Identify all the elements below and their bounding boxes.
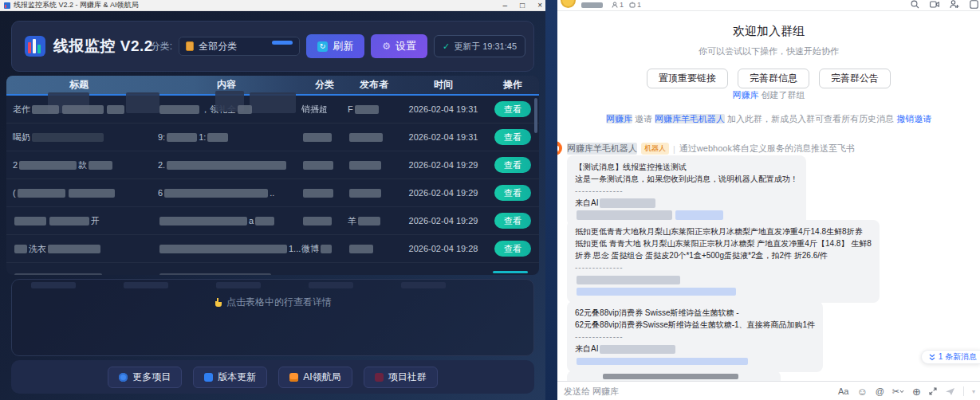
chat-message-list: 欢迎加入群组 你可以尝试以下操作，快速开始协作 置顶重要链接 完善群信息 完善群…	[557, 11, 980, 381]
robot-icon	[289, 373, 298, 382]
emoji-icon[interactable]: ☺	[856, 386, 867, 397]
table-row[interactable]: 洗衣 1... 微博 2026-02-04 19:28 查看	[6, 235, 539, 263]
app-header-card: 线报监控 V2.2 分类: 全部分类 ↻ 刷新 ⚙ 设置 ✓	[11, 21, 534, 72]
chat-app-window: 1 1 欢迎加入群组 你可以尝试以下操作，快速开始协作 置顶重要链接 完善群信息…	[545, 0, 980, 400]
message-bubble[interactable]: 【测试消息】线报监控推送测试 这是一条测试消息，如果您收到此消息，说明机器人配置…	[567, 155, 806, 226]
refresh-button[interactable]: ↻ 刷新	[306, 34, 364, 58]
app-logo-icon	[25, 36, 45, 57]
table-row[interactable]: 2款 2. 2026-02-04 19:29 查看	[6, 151, 539, 179]
table-row-partial	[6, 263, 539, 275]
more-projects-button[interactable]: 更多项目	[108, 367, 182, 388]
composer-divider	[963, 386, 964, 396]
welcome-subtitle: 你可以尝试以下操作，快速开始协作	[557, 45, 980, 57]
app-title: 线报监控 V2.2	[53, 36, 153, 57]
message-bubble[interactable]: 抵扣更低青青大地秋月梨山东莱阳正宗秋月冰糖梨产地直发净重4斤14.8生鲜8折券 …	[567, 220, 880, 303]
add-member-icon[interactable]	[950, 0, 959, 9]
bot-name: 网赚库羊毛机器人	[567, 143, 637, 155]
table-row[interactable]: 开 a 羊 2026-02-04 19:29 查看	[6, 207, 539, 235]
window-title: 线报监控系统 V2.2 - 网赚库 & AI领航局	[14, 0, 139, 10]
category-select[interactable]: 全部分类	[179, 37, 300, 56]
box-icon	[204, 373, 213, 382]
last-updated-badge: ✓ 更新于 19:31:45	[434, 35, 525, 57]
close-button[interactable]: ×	[537, 0, 542, 11]
pointing-hand-icon	[214, 297, 222, 309]
app-icon	[4, 2, 10, 9]
edit-group-info-button[interactable]: 完善群信息	[738, 69, 809, 88]
category-label: 分类:	[151, 40, 172, 53]
view-button[interactable]: 查看	[494, 213, 531, 229]
message-bubble[interactable]: 62元叠88vip消费券 Swisse斯维诗益生菌软糖 - 62元叠88vip消…	[567, 301, 823, 372]
table-row[interactable]: ( 6.. 2026-02-04 19:29 查看	[6, 179, 539, 207]
bot-count[interactable]: 1	[629, 1, 641, 9]
gear-icon: ⚙	[382, 41, 391, 52]
window-titlebar: 线报监控系统 V2.2 - 网赚库 & AI领航局 – □ ×	[0, 0, 545, 11]
message-composer[interactable]: 发送给 网赚库 Aa ☺ @ ✂ ⊕ ▾	[557, 381, 980, 400]
bot-avatar[interactable]	[557, 141, 562, 155]
bot-badge: 机器人	[641, 143, 669, 155]
col-publisher: 发布者	[348, 76, 400, 94]
chat-header: 1 1	[557, 0, 980, 11]
monitor-app-window: 线报监控系统 V2.2 - 网赚库 & AI领航局 – □ × 线报监控 V2.…	[0, 0, 545, 400]
chat-sidebar-strip	[545, 0, 557, 400]
maximize-button[interactable]: □	[520, 0, 525, 11]
select-indicator	[272, 41, 293, 45]
col-category: 分类	[301, 76, 348, 94]
ai-hub-button[interactable]: AI领航局	[278, 367, 352, 388]
bot-description: 通过webhook将自定义服务的消息推送至飞书	[679, 143, 855, 155]
view-button[interactable]: 查看	[494, 241, 531, 257]
mention-icon[interactable]: @	[876, 387, 884, 396]
message-bubble-partial	[567, 371, 781, 381]
attach-plus-icon[interactable]: ⊕	[912, 386, 921, 397]
app-body: 线报监控 V2.2 分类: 全部分类 ↻ 刷新 ⚙ 设置 ✓	[0, 11, 545, 400]
category-value: 全部分类	[199, 40, 237, 53]
send-options-caret[interactable]: ▾	[972, 388, 975, 395]
edit-announcement-button[interactable]: 完善群公告	[819, 69, 891, 88]
footer-links-bar: 更多项目 版本更新 AI领航局 项目社群	[11, 360, 534, 394]
report-table: 标题 内容 分类 发布者 时间 操作 老作 ，领礼全 销播超 F 2026-02…	[6, 76, 539, 275]
globe-icon	[119, 373, 128, 382]
table-row[interactable]: 老作 ，领礼全 销播超 F 2026-02-04 19:31 查看	[6, 96, 539, 124]
pin-link-button[interactable]: 置顶重要链接	[647, 69, 728, 88]
col-action: 操作	[486, 76, 539, 94]
minimize-button[interactable]: –	[503, 0, 508, 11]
col-time: 时间	[400, 76, 486, 94]
creator-link[interactable]: 网赚库	[732, 90, 758, 100]
clipboard-icon	[186, 41, 194, 51]
send-icon[interactable]	[945, 387, 955, 396]
invitee-link[interactable]: 网赚库羊毛机器人	[655, 114, 725, 124]
view-button[interactable]: 查看	[494, 185, 531, 201]
table-row[interactable]: 喝奶 9:1: 2026-02-04 19:31 查看	[6, 124, 539, 151]
community-icon	[375, 373, 384, 382]
view-button[interactable]: 查看	[494, 101, 531, 117]
system-message-invite: 网赚库 邀请 网赚库羊毛机器人 加入此群，新成员入群可查看所有历史消息 撤销邀请	[557, 113, 980, 125]
inviter-link[interactable]: 网赚库	[606, 114, 632, 124]
community-button[interactable]: 项目社群	[364, 367, 438, 388]
expand-icon[interactable]	[929, 387, 937, 395]
search-icon[interactable]	[911, 0, 919, 9]
composer-placeholder[interactable]: 发送给 网赚库	[564, 386, 619, 398]
view-button[interactable]: 查看	[494, 129, 531, 145]
welcome-block: 欢迎加入群组 你可以尝试以下操作，快速开始协作 置顶重要链接 完善群信息 完善群…	[557, 24, 980, 88]
member-count[interactable]: 1	[612, 1, 624, 9]
revoke-invite-link[interactable]: 撤销邀请	[896, 114, 931, 124]
detail-hint: 点击表格中的行查看详情	[12, 296, 533, 309]
history-icon[interactable]	[970, 0, 978, 9]
chevron-double-down-icon	[929, 354, 935, 361]
welcome-title: 欢迎加入群组	[557, 24, 980, 39]
group-name	[581, 2, 603, 8]
detail-panel: 点击表格中的行查看详情	[11, 279, 534, 356]
version-update-button[interactable]: 版本更新	[193, 367, 267, 388]
screenshot-icon[interactable]: ✂	[892, 387, 904, 396]
vertical-scrollbar[interactable]	[534, 98, 537, 133]
refresh-icon: ↻	[317, 41, 328, 52]
view-button[interactable]: 查看	[494, 157, 531, 173]
col-title: 标题	[6, 76, 152, 94]
font-style-icon[interactable]: Aa	[838, 387, 848, 396]
horizontal-scrollbar[interactable]	[493, 271, 528, 273]
new-message-pill[interactable]: 1 条新消息	[921, 350, 980, 364]
system-message-created: 网赚库 创建了群组	[557, 89, 980, 101]
video-call-icon[interactable]	[930, 0, 939, 9]
check-icon: ✓	[443, 41, 450, 52]
settings-button[interactable]: ⚙ 设置	[371, 34, 427, 58]
group-avatar[interactable]	[561, 0, 576, 8]
